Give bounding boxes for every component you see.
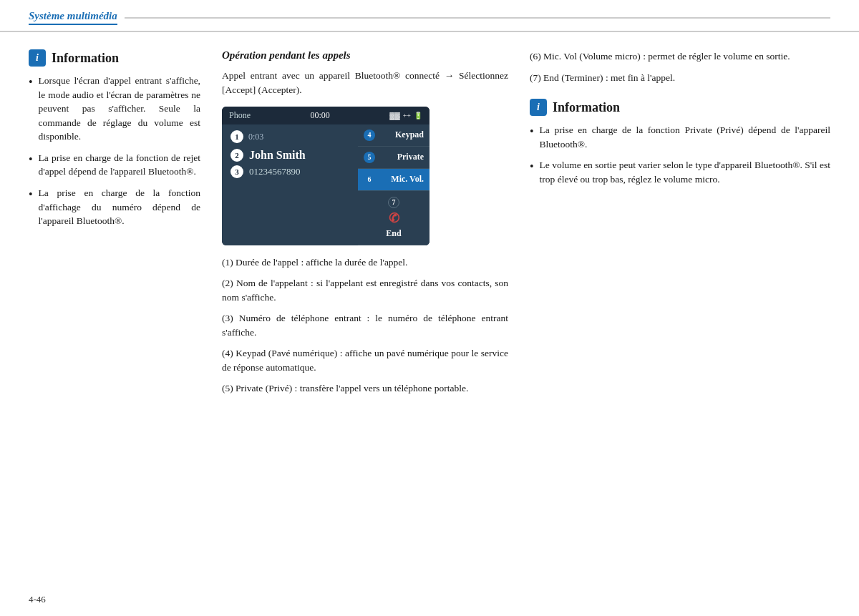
phone-left-panel: 1 0:03 2 John Smith 3 01234567890 (222, 124, 358, 245)
list-item: (2) Nom de l'appelant : si l'appelant es… (222, 276, 508, 304)
right-info-header: i Information (530, 99, 830, 116)
list-item: La prise en charge de la fonction de rej… (29, 151, 200, 179)
middle-numbered-list: (1) Durée de l'appel : affiche la durée … (222, 255, 508, 396)
caller-name-row: 2 John Smith (230, 149, 349, 162)
list-item: (3) Numéro de téléphone entrant : le num… (222, 311, 508, 339)
badge-1: 1 (230, 130, 243, 143)
battery-icon: 🔋 (414, 112, 422, 119)
list-item: (7) End (Terminer) : met fin à l'appel. (530, 71, 830, 85)
caller-number-row: 3 01234567890 (230, 165, 349, 178)
badge-7: 7 (388, 197, 399, 208)
operation-intro: Appel entrant avec un appareil Bluetooth… (222, 69, 508, 98)
left-column: i Information Lorsque l'écran d'appel en… (29, 49, 215, 403)
list-item: Le volume en sortie peut varier selon le… (530, 158, 830, 186)
phone-status-bar: Phone 00:00 ▓▓ ++ 🔋 (222, 107, 430, 124)
page-footer: 4-46 (29, 594, 46, 605)
badge-3: 3 (230, 165, 243, 178)
phone-body: 1 0:03 2 John Smith 3 01234567890 4 (222, 124, 430, 245)
list-item: (5) Private (Privé) : transfère l'appel … (222, 381, 508, 396)
phone-status-center: 00:00 (310, 110, 329, 121)
page-number: 4-46 (29, 594, 46, 605)
operation-title: Opération pendant les appels (222, 49, 508, 62)
phone-status-left: Phone (229, 110, 251, 121)
main-content: i Information Lorsque l'écran d'appel en… (0, 35, 859, 417)
end-label: End (386, 228, 401, 239)
signal-icon: ▓▓ (389, 112, 400, 119)
list-item: Lorsque l'écran d'appel entrant s'affich… (29, 74, 200, 144)
phone-right-panel: 4 Keypad 5 Private 6 Mic. Vol. 7 ✆ End (358, 124, 430, 245)
left-info-title: Information (52, 51, 119, 66)
call-duration: 0:03 (248, 132, 263, 142)
caller-number-text: 01234567890 (249, 166, 301, 177)
badge-2: 2 (230, 149, 243, 162)
private-btn[interactable]: 5 Private (358, 147, 430, 169)
right-column: (6) Mic. Vol (Volume micro) : permet de … (515, 49, 830, 403)
call-time-row: 1 0:03 (230, 130, 349, 143)
header-title: Système multimédia (29, 10, 117, 25)
list-item: (6) Mic. Vol (Volume micro) : permet de … (530, 49, 830, 64)
header-divider (125, 17, 830, 19)
micvol-btn[interactable]: 6 Mic. Vol. (358, 169, 430, 191)
badge-4: 4 (364, 129, 375, 141)
right-info-box: i Information La prise en charge de la f… (530, 99, 830, 186)
list-item: (1) Durée de l'appel : affiche la durée … (222, 255, 508, 270)
right-info-bullets: La prise en charge de la fonction Privat… (530, 123, 830, 186)
left-info-icon: i (29, 49, 46, 67)
private-label: Private (397, 152, 424, 162)
left-info-header: i Information (29, 49, 200, 67)
badge-6: 6 (364, 174, 375, 185)
micvol-label: Mic. Vol. (391, 174, 424, 185)
middle-column: Opération pendant les appels Appel entra… (215, 49, 515, 403)
right-info-title: Information (553, 100, 620, 115)
list-item: (4) Keypad (Pavé numérique) : affiche un… (222, 346, 508, 374)
phone-status-icons: ▓▓ ++ 🔋 (389, 112, 422, 119)
page-header: Système multimédia (0, 0, 859, 32)
keypad-label: Keypad (395, 129, 424, 140)
phone-screen: Phone 00:00 ▓▓ ++ 🔋 1 0:03 2 (222, 107, 430, 245)
left-info-bullets: Lorsque l'écran d'appel entrant s'affich… (29, 74, 200, 228)
bt-icon: ++ (403, 112, 411, 119)
right-info-icon: i (530, 99, 547, 116)
right-numbered-list: (6) Mic. Vol (Volume micro) : permet de … (530, 49, 830, 84)
left-info-box: i Information Lorsque l'écran d'appel en… (29, 49, 200, 228)
end-btn[interactable]: 7 ✆ End (358, 191, 430, 245)
list-item: La prise en charge de la fonction d'affi… (29, 186, 200, 228)
keypad-btn[interactable]: 4 Keypad (358, 124, 430, 147)
end-phone-icon: ✆ (389, 210, 399, 226)
list-item: La prise en charge de la fonction Privat… (530, 123, 830, 151)
badge-5: 5 (364, 152, 375, 163)
caller-name-text: John Smith (249, 149, 306, 162)
